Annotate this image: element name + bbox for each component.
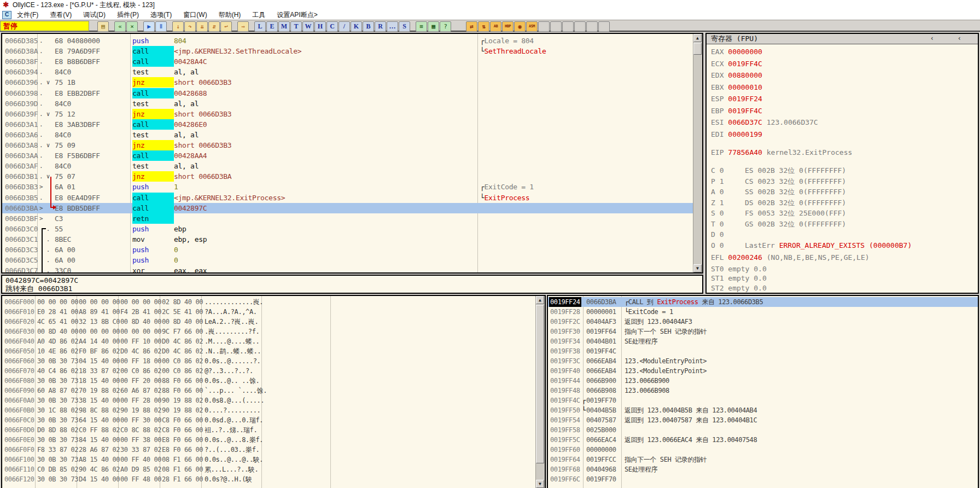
scroll-up-button[interactable]: ▲ (693, 34, 702, 42)
disasm-row[interactable]: 0066D396. ∨75 1Bjnzshort 0066D3B3 (2, 77, 693, 88)
view-windows-button[interactable]: W (302, 21, 314, 32)
dump-row[interactable]: 0066F0D0D0 8D 88 02C0 FF 88 02C0 8C 88 0… (2, 425, 545, 435)
step-over-button[interactable]: ↷ (184, 21, 196, 32)
stack-row[interactable]: 0019FF3400404B01SE处理程序 (548, 336, 978, 346)
scroll-down-button[interactable]: ▼ (693, 264, 702, 272)
dump-row[interactable]: 0066F0A030 0B 30 7338 15 40 0000 FF 28 0… (2, 396, 545, 405)
fpu-st-row[interactable]: ST2 empty 0.0 (711, 283, 767, 293)
disasm-row[interactable]: 0066D38A.E8 79A6D9FFcall<jmp.&KERNEL32.S… (2, 46, 693, 56)
view-executables-button[interactable]: E (266, 21, 278, 32)
jump-arrows-button[interactable]: ⇄ (466, 21, 477, 32)
flag-row[interactable]: D 0 (711, 230, 724, 239)
stack-row[interactable]: 0019FF4C┌0019FF70 (548, 396, 978, 405)
view-memory-button[interactable]: M (278, 21, 290, 32)
stack-row[interactable]: 0019FF300019FF64指向下一个 SEH 记录的指针 (548, 327, 978, 336)
flag-row[interactable]: S 0FS 0053 32位 25E000(FFF) (711, 208, 724, 218)
stack-row[interactable]: 0019FF2800000001└ExitCode = 1 (548, 307, 978, 317)
stack-row[interactable]: 0019FF440066B900123.0066B900 (548, 376, 978, 386)
view-breakpoints-button[interactable]: B (363, 21, 374, 32)
disasm-row[interactable]: 0066D39D.84C0testal, al (2, 98, 693, 109)
stack-row[interactable]: 0019FF6C0019FF70 (548, 474, 978, 484)
execute-till-return-button[interactable]: ↩ (220, 21, 232, 32)
dump-row[interactable]: 0066F10030 0B 30 73A8 15 40 0000 FF 40 0… (2, 455, 545, 464)
dump-row[interactable]: 0066F0C030 0B 30 7364 15 40 0000 FF 30 0… (2, 415, 545, 425)
disasm-row[interactable]: 0066D3A6.84C0testal, al (2, 130, 693, 140)
register-row[interactable]: ECX 0019FF4C (711, 59, 762, 68)
disasm-row[interactable]: 0066D3C0 .55pushebp (2, 224, 693, 234)
run-button[interactable]: ▶ (143, 21, 155, 32)
dump-row[interactable]: 0066F0F0F8 33 87 0228 A6 87 0230 33 87 0… (2, 445, 545, 455)
empty-slot-button[interactable] (538, 21, 550, 32)
disasm-row[interactable]: 0066D3C1 .8BECmovebp, esp (2, 234, 693, 245)
asm-options-button[interactable]: ASM (526, 21, 538, 32)
stack-row[interactable]: 0019FF640019FFCC指向下一个 SEH 记录的指针 (548, 455, 978, 464)
disasm-row[interactable]: 0066D3A1.E8 3AB3DBFFcall004286E0 (2, 119, 693, 130)
menu-item-9[interactable]: 设置API断点> (277, 11, 317, 19)
view-log-button[interactable]: L (254, 21, 266, 32)
fpu-st-row[interactable]: ST0 empty 0.0 (711, 264, 767, 274)
empty-slot-button[interactable] (550, 21, 562, 32)
view-threads-button[interactable]: T (290, 21, 302, 32)
disasm-row[interactable]: 0066D3AA.E8 F5B6DBFFcall00428AA4 (2, 150, 693, 161)
disassembly-scrollbar[interactable]: ▲ ▼ (693, 34, 702, 272)
view-run-trace-button[interactable]: … (387, 21, 398, 32)
dump-row[interactable]: 0066F0204C 65 41 0032 13 8B C000 8D 40 0… (2, 317, 545, 327)
stack-row[interactable]: 0019FF380019FF4C (548, 346, 978, 356)
open-file-button[interactable]: ▤ (97, 21, 109, 32)
appearance-button[interactable]: ▦ (428, 21, 439, 32)
stack-row[interactable]: 0019FF480066B908123.0066B908 (548, 386, 978, 396)
menu-item-4[interactable]: 插件(P) (117, 11, 139, 19)
trace-over-button[interactable]: ⇵ (208, 21, 220, 32)
dump-row[interactable]: 0066F05010 4E 86 02F0 BF 86 02D0 4C 86 0… (2, 346, 545, 356)
registers-pane[interactable]: 寄存器 (FPU) ‹ ‹ EAX 00000000ECX 0019FF4CED… (705, 33, 979, 294)
dump-row[interactable]: 0066F00000 00 00 0000 00 00 0000 00 00 0… (2, 297, 545, 307)
dump-row[interactable]: 0066F0B030 1C 88 0298 8C 88 0290 19 88 0… (2, 405, 545, 415)
close-process-button[interactable]: × (126, 21, 138, 32)
pause-button[interactable]: Ⅱ (155, 21, 167, 32)
flag-row[interactable]: T 0GS 002B 32位 0(FFFFFFFF) (711, 219, 724, 229)
menu-item-2[interactable]: 查看(V) (50, 11, 72, 19)
dump-row[interactable]: 0066F010E0 28 41 00A8 89 41 00F4 2B 41 0… (2, 307, 545, 317)
scroll-up-button[interactable]: ▲ (536, 296, 544, 304)
fpu-st-row[interactable]: ST1 empty 0.0 (711, 274, 767, 283)
register-row-eip[interactable]: EIP 77856A40 kernel32.ExitProcess (711, 148, 852, 157)
view-references-button[interactable]: R (375, 21, 386, 32)
disasm-row[interactable]: 0066D3C7 .33C0xoreax, eax (2, 265, 693, 274)
menu-item-8[interactable]: 工具 (252, 11, 265, 19)
info-pane[interactable]: 0042897C=0042897C 跳转来自 0066D3B1 (1, 275, 703, 294)
fpu-st-row[interactable]: ST3 empty 0.0 (711, 293, 767, 294)
menu-item-7[interactable]: 帮助(H) (219, 11, 241, 19)
help-button[interactable]: ? (440, 21, 451, 32)
scroll-down-button[interactable]: ▼ (536, 480, 544, 488)
register-row[interactable]: EDX 00880000 (711, 71, 762, 80)
cpu-window-icon[interactable]: C (2, 11, 11, 19)
debugging-options-button[interactable]: ≡ (416, 21, 427, 32)
collapse-left-icon[interactable]: ‹ (930, 34, 934, 43)
dump-row[interactable]: 0066F09060 A8 87 0270 19 88 0260 A6 87 0… (2, 386, 545, 396)
restart-button[interactable]: « (114, 21, 126, 32)
scroll-thumb[interactable] (536, 305, 544, 463)
step-into-button[interactable]: ↓ (172, 21, 184, 32)
disasm-row[interactable]: 0066D3BA>E8 BDB5DBFFcall0042897C (2, 203, 693, 213)
stack-row[interactable]: 0019FF5C0066EAC4返回到 123.0066EAC4 来自 123.… (548, 435, 978, 445)
view-handles-button[interactable]: H (314, 21, 326, 32)
disasm-row[interactable]: 0066D3B1. ∨75 07jnzshort 0066D3BA (2, 171, 693, 182)
stack-pane[interactable]: 0019FF240066D3BA┌CALL 到 ExitProcess 来自 1… (547, 295, 979, 488)
dump-row[interactable]: 0066F07040 C4 86 0218 33 87 0200 C0 86 0… (2, 366, 545, 376)
disasm-row[interactable]: 0066D3C5 .6A 00push0 (2, 255, 693, 265)
register-row[interactable]: EBX 00000010 (711, 83, 762, 92)
disasm-row[interactable]: 0066D394.84C0testal, al (2, 67, 693, 77)
dump-row[interactable]: 0066F03000 8D 40 0000 00 00 0000 00 00 0… (2, 327, 545, 336)
disasm-row[interactable]: 0066D3C3 .6A 00push0 (2, 245, 693, 255)
disasm-row[interactable]: 0066D3BF>C3retn (2, 213, 693, 224)
hardware-breakpoint-button[interactable]: HBP (502, 21, 514, 32)
disassembly-pane[interactable]: 0066D385.68 04080000push804┌Locale = 804… (1, 33, 703, 274)
empty-slot-button[interactable] (598, 21, 610, 32)
disasm-row[interactable]: 0066D3AF.84C0testal, al (2, 161, 693, 171)
view-patches-button[interactable]: / (339, 21, 350, 32)
stack-row[interactable]: 0019FF240066D3BA┌CALL 到 ExitProcess 来自 1… (548, 297, 978, 307)
stack-row[interactable]: 0019FF3C0066EAB4123.<ModuleEntryPoint> (548, 356, 978, 366)
stack-row[interactable]: 0019FF400066EAB4123.<ModuleEntryPoint> (548, 366, 978, 376)
stack-row[interactable]: 0019FF2C00404AF3返回到 123.00404AF3 (548, 317, 978, 327)
flag-row[interactable]: C 0ES 002B 32位 0(FFFFFFFF) (711, 166, 724, 175)
